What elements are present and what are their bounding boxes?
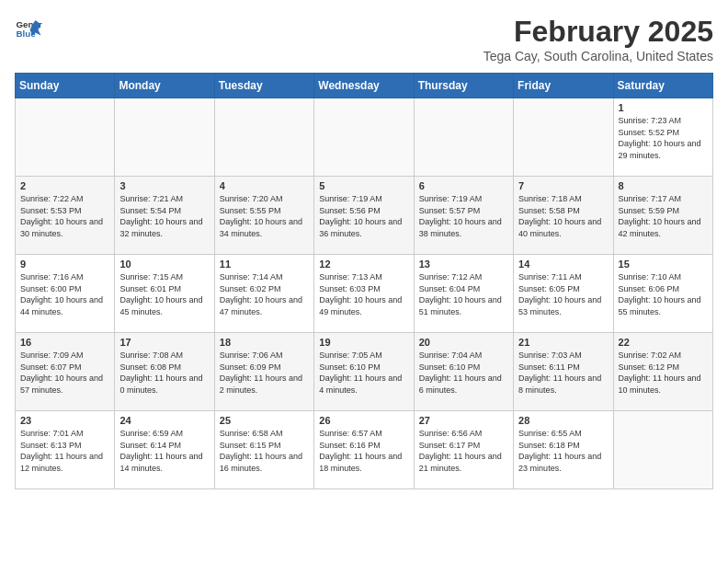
day-number: 25 [220,415,309,426]
day-number: 17 [119,337,209,348]
calendar-cell: 9Sunrise: 7:16 AM Sunset: 6:00 PM Daylig… [16,255,115,333]
subtitle: Tega Cay, South Carolina, United States [483,49,713,63]
day-info: Sunrise: 7:17 AM Sunset: 5:59 PM Dayligh… [619,193,708,239]
day-info: Sunrise: 7:20 AM Sunset: 5:55 PM Dayligh… [220,193,309,239]
day-number: 16 [20,337,109,348]
day-info: Sunrise: 7:10 AM Sunset: 6:06 PM Dayligh… [619,271,708,317]
calendar-cell [414,98,513,177]
calendar-cell: 7Sunrise: 7:18 AM Sunset: 5:58 PM Daylig… [514,177,613,255]
weekday-header: Thursday [414,74,513,98]
day-number: 2 [20,180,109,191]
day-number: 15 [619,259,708,270]
calendar-cell: 5Sunrise: 7:19 AM Sunset: 5:56 PM Daylig… [314,177,414,255]
calendar-cell: 24Sunrise: 6:59 AM Sunset: 6:14 PM Dayli… [115,411,214,489]
day-number: 23 [20,415,109,426]
calendar-cell: 13Sunrise: 7:12 AM Sunset: 6:04 PM Dayli… [414,255,513,333]
day-info: Sunrise: 7:03 AM Sunset: 6:11 PM Dayligh… [518,350,608,396]
main-title: February 2025 [483,15,713,49]
day-info: Sunrise: 6:55 AM Sunset: 6:18 PM Dayligh… [518,428,608,474]
day-info: Sunrise: 7:11 AM Sunset: 6:05 PM Dayligh… [518,271,608,317]
calendar-cell: 10Sunrise: 7:15 AM Sunset: 6:01 PM Dayli… [115,255,214,333]
calendar-cell: 18Sunrise: 7:06 AM Sunset: 6:09 PM Dayli… [214,333,313,411]
calendar-cell: 11Sunrise: 7:14 AM Sunset: 6:02 PM Dayli… [214,255,313,333]
calendar-cell: 27Sunrise: 6:56 AM Sunset: 6:17 PM Dayli… [414,411,513,489]
day-number: 26 [319,415,408,426]
calendar-cell: 19Sunrise: 7:05 AM Sunset: 6:10 PM Dayli… [314,333,414,411]
day-info: Sunrise: 7:04 AM Sunset: 6:10 PM Dayligh… [419,350,508,396]
calendar-cell: 21Sunrise: 7:03 AM Sunset: 6:11 PM Dayli… [514,333,613,411]
day-info: Sunrise: 7:23 AM Sunset: 5:52 PM Dayligh… [619,115,708,161]
calendar-cell [514,98,613,177]
calendar-cell: 3Sunrise: 7:21 AM Sunset: 5:54 PM Daylig… [115,177,214,255]
day-number: 3 [119,180,209,191]
calendar-cell: 23Sunrise: 7:01 AM Sunset: 6:13 PM Dayli… [16,411,115,489]
calendar-cell [613,411,712,489]
day-number: 14 [518,259,608,270]
day-number: 4 [220,180,309,191]
calendar-cell [314,98,414,177]
calendar-week-row: 9Sunrise: 7:16 AM Sunset: 6:00 PM Daylig… [16,255,713,333]
day-number: 20 [419,337,508,348]
calendar-week-row: 23Sunrise: 7:01 AM Sunset: 6:13 PM Dayli… [16,411,713,489]
calendar-cell: 2Sunrise: 7:22 AM Sunset: 5:53 PM Daylig… [16,177,115,255]
day-number: 9 [20,259,109,270]
day-info: Sunrise: 7:22 AM Sunset: 5:53 PM Dayligh… [20,193,109,239]
day-info: Sunrise: 7:15 AM Sunset: 6:01 PM Dayligh… [119,271,209,317]
day-number: 8 [619,180,708,191]
calendar-table: SundayMondayTuesdayWednesdayThursdayFrid… [15,73,713,489]
day-number: 10 [119,259,209,270]
calendar-cell: 4Sunrise: 7:20 AM Sunset: 5:55 PM Daylig… [214,177,313,255]
day-number: 28 [518,415,608,426]
calendar-cell: 16Sunrise: 7:09 AM Sunset: 6:07 PM Dayli… [16,333,115,411]
day-info: Sunrise: 7:13 AM Sunset: 6:03 PM Dayligh… [319,271,408,317]
day-info: Sunrise: 7:12 AM Sunset: 6:04 PM Dayligh… [419,271,508,317]
calendar-week-row: 16Sunrise: 7:09 AM Sunset: 6:07 PM Dayli… [16,333,713,411]
day-number: 24 [119,415,209,426]
day-number: 19 [319,337,408,348]
calendar-cell [16,98,115,177]
weekday-header: Monday [115,74,214,98]
page-header: General Blue February 2025 Tega Cay, Sou… [15,15,713,63]
calendar-cell: 25Sunrise: 6:58 AM Sunset: 6:15 PM Dayli… [214,411,313,489]
day-number: 6 [419,180,508,191]
day-info: Sunrise: 7:19 AM Sunset: 5:56 PM Dayligh… [319,193,408,239]
day-info: Sunrise: 7:21 AM Sunset: 5:54 PM Dayligh… [119,193,209,239]
day-info: Sunrise: 6:56 AM Sunset: 6:17 PM Dayligh… [419,428,508,474]
calendar-cell: 26Sunrise: 6:57 AM Sunset: 6:16 PM Dayli… [314,411,414,489]
calendar-cell: 12Sunrise: 7:13 AM Sunset: 6:03 PM Dayli… [314,255,414,333]
calendar-cell: 17Sunrise: 7:08 AM Sunset: 6:08 PM Dayli… [115,333,214,411]
day-info: Sunrise: 7:05 AM Sunset: 6:10 PM Dayligh… [319,350,408,396]
day-number: 21 [518,337,608,348]
day-info: Sunrise: 6:57 AM Sunset: 6:16 PM Dayligh… [319,428,408,474]
day-info: Sunrise: 7:18 AM Sunset: 5:58 PM Dayligh… [518,193,608,239]
calendar-cell: 28Sunrise: 6:55 AM Sunset: 6:18 PM Dayli… [514,411,613,489]
calendar-cell: 1Sunrise: 7:23 AM Sunset: 5:52 PM Daylig… [613,98,712,177]
day-number: 22 [619,337,708,348]
day-info: Sunrise: 7:14 AM Sunset: 6:02 PM Dayligh… [220,271,309,317]
logo-icon: General Blue [15,15,42,42]
day-info: Sunrise: 7:01 AM Sunset: 6:13 PM Dayligh… [20,428,109,474]
calendar-cell: 22Sunrise: 7:02 AM Sunset: 6:12 PM Dayli… [613,333,712,411]
day-info: Sunrise: 7:09 AM Sunset: 6:07 PM Dayligh… [20,350,109,396]
calendar-cell: 20Sunrise: 7:04 AM Sunset: 6:10 PM Dayli… [414,333,513,411]
calendar-cell: 14Sunrise: 7:11 AM Sunset: 6:05 PM Dayli… [514,255,613,333]
day-number: 27 [419,415,508,426]
calendar-cell: 15Sunrise: 7:10 AM Sunset: 6:06 PM Dayli… [613,255,712,333]
day-number: 1 [619,102,708,113]
weekday-header: Tuesday [214,74,313,98]
day-info: Sunrise: 7:19 AM Sunset: 5:57 PM Dayligh… [419,193,508,239]
calendar-cell: 8Sunrise: 7:17 AM Sunset: 5:59 PM Daylig… [613,177,712,255]
weekday-header: Friday [514,74,613,98]
weekday-header: Saturday [613,74,712,98]
day-info: Sunrise: 7:08 AM Sunset: 6:08 PM Dayligh… [119,350,209,396]
day-info: Sunrise: 6:59 AM Sunset: 6:14 PM Dayligh… [119,428,209,474]
day-number: 13 [419,259,508,270]
day-info: Sunrise: 6:58 AM Sunset: 6:15 PM Dayligh… [220,428,309,474]
day-info: Sunrise: 7:02 AM Sunset: 6:12 PM Dayligh… [619,350,708,396]
title-block: February 2025 Tega Cay, South Carolina, … [483,15,713,63]
calendar-cell [115,98,214,177]
logo: General Blue [15,15,42,42]
day-number: 5 [319,180,408,191]
day-number: 12 [319,259,408,270]
weekday-header-row: SundayMondayTuesdayWednesdayThursdayFrid… [16,74,713,98]
